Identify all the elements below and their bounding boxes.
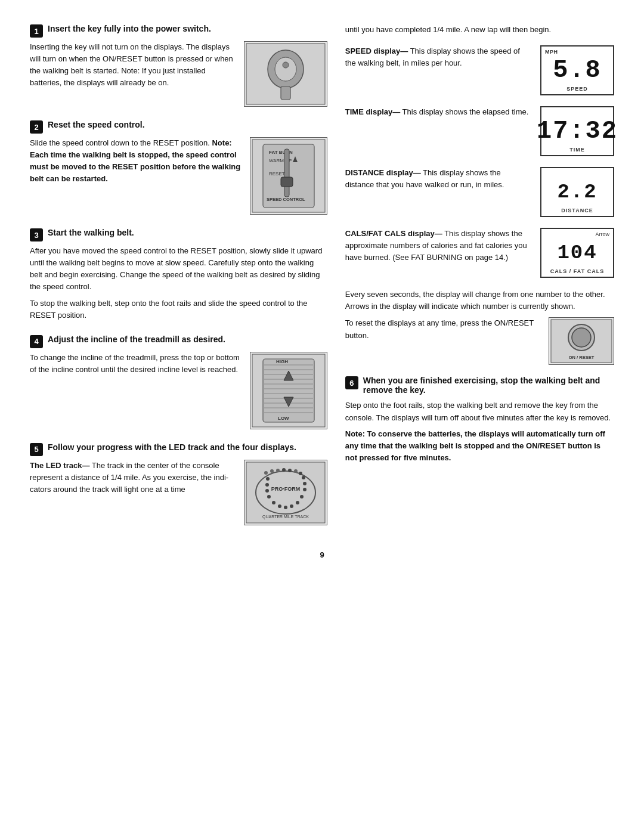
time-display-inner: 17:32 TIME [541,107,613,155]
svg-point-3 [283,62,289,68]
cals-arrow-label: Arrow [595,231,609,237]
svg-point-39 [299,472,302,475]
time-display-value: 17:32 [537,119,618,144]
right-column: until you have completed 1/4 mile. A new… [345,24,614,538]
svg-point-41 [303,482,306,485]
step-2-title: Reset the speed control. [48,120,145,129]
step-4-image: HIGH LOW [250,352,327,429]
svg-point-36 [282,468,286,472]
step-4-text: To change the incline of the treadmill, … [30,352,242,380]
svg-text:RESET: RESET [269,171,285,176]
step-1-block: 1 Insert the key fully into the power sw… [30,24,327,107]
step-6-block: 6 When you are finished exercising, stop… [345,376,614,464]
distance-display-value: 2.2 [557,182,597,202]
cals-display-value: 104 [557,243,597,263]
distance-display-row: DISTANCE display— This display shows the… [345,167,614,217]
step-2-number: 2 [30,120,43,134]
speed-display-inner: MPH 5.8 SPEED [541,47,613,94]
step-5-block: 5 Follow your progress with the LED trac… [30,442,327,525]
svg-point-42 [303,488,306,491]
svg-point-2 [275,57,296,81]
step-1-title: Insert the key fully into the power swit… [48,24,211,33]
page-number: 9 [30,550,614,559]
distance-display-inner: 2.2 DISTANCE [541,168,613,216]
svg-text:SPEED CONTROL: SPEED CONTROL [267,197,305,202]
right-top-para: until you have completed 1/4 mile. A new… [345,24,614,36]
step-6-title: When you are finished exercising, stop t… [363,376,614,395]
step-3-block: 3 Start the walking belt. After you have… [30,228,327,321]
svg-text:ON / RESET: ON / RESET [569,355,595,360]
reset-display-text: To reset the displays at any time, press… [345,317,539,341]
step-5-image: PRO·FORM QUARTER MILE TRACK [244,460,327,525]
cals-display-box: Arrow 104 CALS / FAT CALS [540,228,614,278]
svg-point-35 [276,469,280,472]
svg-point-43 [300,495,304,498]
distance-display-box: 2.2 DISTANCE [540,167,614,217]
time-display-bot-label: TIME [569,147,585,153]
svg-point-44 [296,501,299,504]
step-5-number: 5 [30,443,43,456]
svg-text:QUARTER MILE TRACK: QUARTER MILE TRACK [262,515,309,519]
distance-display-bot-label: DISTANCE [561,208,593,213]
cals-display-bot-label: CALS / FAT CALS [550,268,604,274]
speed-display-box: MPH 5.8 SPEED [540,45,614,95]
speed-display-bot-label: SPEED [566,86,588,92]
step-6-number: 6 [345,376,358,389]
speed-display-value: 5.8 [553,58,602,83]
step-3-text: After you have moved the speed control t… [30,245,327,321]
left-column: 1 Insert the key fully into the power sw… [30,24,327,538]
svg-point-52 [266,477,270,481]
time-display-text: TIME display— This display shows the ela… [345,106,531,118]
svg-point-47 [278,504,281,508]
step-5-text: The LED track— The track in the center o… [30,460,236,500]
svg-point-45 [290,504,293,508]
step-3-number: 3 [30,228,43,241]
svg-point-34 [270,469,274,473]
step-2-text: Slide the speed control down to the RESE… [30,137,242,190]
svg-point-57 [572,328,591,347]
svg-point-46 [284,506,287,509]
step-2-block: 2 Reset the speed control. Slide the spe… [30,120,327,215]
step-1-number: 1 [30,24,43,38]
svg-point-51 [265,483,269,487]
svg-point-40 [302,476,305,479]
step-4-title: Adjust the incline of the treadmill as d… [48,335,225,344]
page: 1 Insert the key fully into the power sw… [0,0,644,595]
step-4-number: 4 [30,335,43,348]
step-2-image: FAT BURN WARM UP RESET SPEED CONTROL [250,137,327,215]
step-6-text: Step onto the foot rails, stop the walki… [345,400,614,464]
svg-point-37 [288,469,292,472]
speed-display-text: SPEED display— This display shows the sp… [345,45,531,69]
step-5-title: Follow your progress with the LED track … [48,442,296,452]
svg-point-33 [264,471,268,475]
speed-display-top-label: MPH [545,49,558,55]
time-display-box: 17:32 TIME [540,106,614,156]
svg-text:LOW: LOW [278,416,289,421]
svg-text:HIGH: HIGH [276,359,288,364]
svg-rect-9 [284,149,289,197]
svg-rect-4 [281,86,290,100]
reset-display-row: To reset the displays at any time, press… [345,317,614,365]
svg-point-49 [267,495,271,498]
cals-display-row: CALS/FAT CALS display— This display show… [345,228,614,278]
step-1-image [244,41,327,107]
cals-display-text: CALS/FAT CALS display— This display show… [345,228,531,264]
svg-point-50 [265,489,269,493]
svg-rect-10 [281,177,293,187]
time-display-row: TIME display— This display shows the ela… [345,106,614,156]
step-3-title: Start the walking belt. [48,228,134,237]
svg-point-48 [272,501,275,504]
svg-text:PRO·FORM: PRO·FORM [271,486,301,492]
step-4-block: 4 Adjust the incline of the treadmill as… [30,335,327,429]
distance-display-text: DISTANCE display— This display shows the… [345,167,531,191]
step-1-text: Inserting the key will not turn on the d… [30,41,236,94]
svg-point-38 [294,469,298,473]
onreset-image: ON / RESET [549,317,614,365]
every-seven-para: Every seven seconds, the display will ch… [345,289,614,312]
cals-display-inner: Arrow 104 CALS / FAT CALS [541,229,613,277]
speed-display-row: SPEED display— This display shows the sp… [345,45,614,95]
